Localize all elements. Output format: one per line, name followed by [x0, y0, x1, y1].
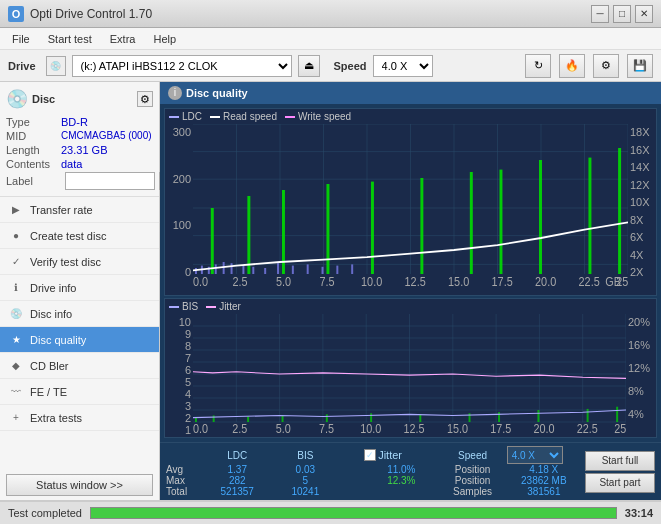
burn-button[interactable]: 🔥: [559, 54, 585, 78]
start-full-button[interactable]: Start full: [585, 451, 655, 471]
app-icon: O: [8, 6, 24, 22]
drive-toolbar: Drive 💿 (k:) ATAPI iHBS112 2 CLOK ⏏ Spee…: [0, 50, 661, 82]
stats-avg-label: Avg: [166, 464, 203, 475]
bottom-chart: BIS Jitter 10987654321: [164, 298, 657, 438]
menubar: File Start test Extra Help: [0, 28, 661, 50]
status-text: Test completed: [8, 507, 82, 519]
top-chart: LDC Read speed Write speed 3002001000: [164, 108, 657, 296]
disc-length-label: Length: [6, 144, 61, 156]
svg-rect-30: [307, 264, 309, 274]
nav-cd-bler[interactable]: ◆ CD Bler: [0, 353, 159, 379]
menu-help[interactable]: Help: [145, 28, 184, 49]
svg-rect-34: [211, 208, 214, 274]
svg-rect-77: [195, 418, 197, 422]
svg-rect-42: [539, 160, 542, 274]
nav-disc-info[interactable]: 💿 Disc info: [0, 301, 159, 327]
svg-rect-22: [215, 264, 217, 274]
nav-drive-info[interactable]: ℹ Drive info: [0, 275, 159, 301]
svg-rect-37: [326, 184, 329, 274]
svg-text:2.5: 2.5: [233, 274, 248, 289]
nav-fe-te-label: FE / TE: [30, 386, 67, 398]
stats-avg-bis: 0.03: [271, 464, 339, 475]
disc-label-label: Label: [6, 175, 61, 187]
stats-avg-jitter: 11.0%: [364, 464, 438, 475]
svg-text:0.0: 0.0: [193, 422, 208, 434]
menu-start-test[interactable]: Start test: [40, 28, 100, 49]
fe-te-icon: 〰: [8, 384, 24, 400]
stats-max-ldc: 282: [203, 475, 271, 486]
svg-rect-87: [587, 409, 589, 422]
bis-legend: BIS: [169, 301, 198, 312]
nav-transfer-rate[interactable]: ▶ Transfer rate: [0, 197, 159, 223]
nav-verify-test-disc[interactable]: ✓ Verify test disc: [0, 249, 159, 275]
bottom-chart-y-left: 10987654321: [165, 314, 193, 434]
svg-text:20.0: 20.0: [535, 274, 556, 289]
speed-select[interactable]: 4.0 X: [373, 55, 433, 77]
svg-rect-82: [370, 413, 372, 422]
eject-button[interactable]: ⏏: [298, 55, 320, 77]
read-speed-legend-label: Read speed: [223, 111, 277, 122]
disc-mid-row: MID CMCMAGBA5 (000): [6, 130, 153, 142]
drive-select[interactable]: (k:) ATAPI iHBS112 2 CLOK: [72, 55, 292, 77]
disc-settings-icon[interactable]: ⚙: [137, 91, 153, 107]
status-window-button[interactable]: Status window >>: [6, 474, 153, 496]
nav-extra-tests[interactable]: + Extra tests: [0, 405, 159, 431]
menu-extra[interactable]: Extra: [102, 28, 144, 49]
svg-rect-28: [277, 263, 279, 274]
disc-label-input[interactable]: [65, 172, 155, 190]
stats-avg-row: Avg 1.37 0.03 11.0% Position 4.18 X: [166, 464, 581, 475]
jitter-check-container: ✓ Jitter: [364, 449, 438, 461]
nav-disc-info-label: Disc info: [30, 308, 72, 320]
svg-text:12.5: 12.5: [405, 274, 426, 289]
stats-total-spacer: [339, 486, 364, 497]
start-buttons: Start full Start part: [585, 451, 655, 493]
stats-total-bis: 10241: [271, 486, 339, 497]
nav-drive-info-label: Drive info: [30, 282, 76, 294]
top-chart-y-right: 18X16X14X12X10X8X6X4X2X: [628, 124, 656, 292]
svg-rect-88: [616, 407, 618, 422]
main-content: 💿 Disc ⚙ Type BD-R MID CMCMAGBA5 (000) L…: [0, 82, 661, 500]
drive-info-icon: ℹ: [8, 280, 24, 296]
refresh-button[interactable]: ↻: [525, 54, 551, 78]
maximize-button[interactable]: □: [613, 5, 631, 23]
speed-select-stats[interactable]: 4.0 X: [507, 446, 563, 464]
svg-rect-23: [223, 262, 225, 274]
progress-bar: [90, 507, 617, 519]
save-button[interactable]: 💾: [627, 54, 653, 78]
stats-ldc-header: LDC: [203, 446, 271, 464]
stats-max-row: Max 282 5 12.3% Position 23862 MB: [166, 475, 581, 486]
drive-icon: 💿: [46, 56, 66, 76]
disc-type-label: Type: [6, 116, 61, 128]
svg-rect-24: [231, 263, 233, 274]
start-part-button[interactable]: Start part: [585, 473, 655, 493]
stats-total-row: Total 521357 10241 Samples 381561: [166, 486, 581, 497]
svg-text:5.0: 5.0: [276, 422, 291, 434]
disc-info-icon: 💿: [8, 306, 24, 322]
transfer-rate-icon: ▶: [8, 202, 24, 218]
svg-rect-43: [588, 158, 591, 274]
settings-button[interactable]: ⚙: [593, 54, 619, 78]
svg-text:22.5: 22.5: [577, 422, 598, 434]
titlebar-buttons: ─ □ ✕: [591, 5, 653, 23]
jitter-checkbox[interactable]: ✓: [364, 449, 376, 461]
titlebar: O Opti Drive Control 1.70 ─ □ ✕: [0, 0, 661, 28]
stats-spacer-header: [339, 446, 364, 464]
nav-fe-te[interactable]: 〰 FE / TE: [0, 379, 159, 405]
minimize-button[interactable]: ─: [591, 5, 609, 23]
svg-rect-79: [247, 417, 249, 422]
bis-legend-label: BIS: [182, 301, 198, 312]
svg-text:5.0: 5.0: [276, 274, 291, 289]
stats-max-bis: 5: [271, 475, 339, 486]
disc-contents-value: data: [61, 158, 82, 170]
menu-file[interactable]: File: [4, 28, 38, 49]
nav-create-test-disc-label: Create test disc: [30, 230, 106, 242]
nav-disc-quality[interactable]: ★ Disc quality: [0, 327, 159, 353]
svg-rect-85: [498, 412, 500, 422]
stats-max-spacer: [339, 475, 364, 486]
nav-create-test-disc[interactable]: ● Create test disc: [0, 223, 159, 249]
stats-max-jitter: 12.3%: [364, 475, 438, 486]
nav-cd-bler-label: CD Bler: [30, 360, 69, 372]
bottom-chart-svg: 0.0 2.5 5.0 7.5 10.0 12.5 15.0 17.5 20.0…: [193, 314, 626, 434]
close-button[interactable]: ✕: [635, 5, 653, 23]
nav-disc-quality-label: Disc quality: [30, 334, 86, 346]
